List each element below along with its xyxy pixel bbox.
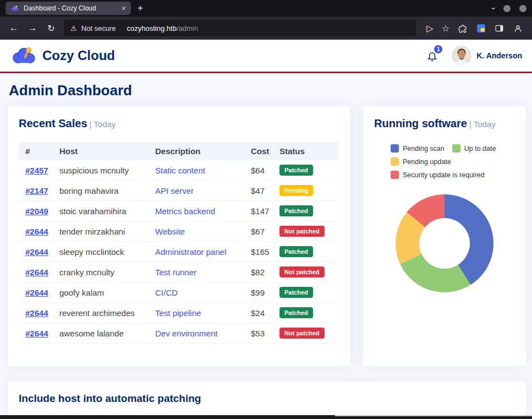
back-button[interactable]: ← bbox=[6, 23, 22, 34]
site-favicon-icon bbox=[10, 4, 19, 13]
browser-tab[interactable]: Dashboard - Cozy Cloud × bbox=[6, 2, 131, 15]
legend-item[interactable]: Pending scan bbox=[391, 144, 445, 153]
legend-item[interactable]: Security update is required bbox=[391, 171, 485, 179]
description-link[interactable]: Administrator panel bbox=[155, 247, 226, 257]
running-software-title: Running software| Today bbox=[374, 117, 515, 130]
description-cell: API server bbox=[151, 181, 246, 201]
card-title-text: Recent Sales bbox=[19, 117, 87, 129]
extension-addon-icon[interactable] bbox=[476, 24, 486, 33]
sidebar-toggle-icon[interactable] bbox=[494, 23, 504, 34]
description-link[interactable]: Dev environment bbox=[155, 329, 217, 338]
cost-cell: $67 bbox=[246, 221, 275, 242]
table-row: #2644 awesome lalande Dev environment $5… bbox=[19, 323, 339, 344]
status-cell: Not patched bbox=[275, 221, 339, 242]
column-header-description: Description bbox=[151, 142, 246, 160]
host-cell: reverent archimedes bbox=[55, 303, 151, 323]
status-badge: Patched bbox=[279, 165, 313, 176]
window-control-icon[interactable] bbox=[519, 5, 526, 12]
legend-item[interactable]: Pending update bbox=[391, 157, 451, 166]
browser-tab-bar: Dashboard - Cozy Cloud × + › bbox=[0, 0, 532, 17]
card-title-subtitle: | Today bbox=[90, 119, 116, 129]
table-row: #2644 goofy kalam CI/CD $99 Patched bbox=[19, 282, 339, 303]
column-header-cost: Cost bbox=[246, 142, 275, 160]
bottom-edge-highlight bbox=[335, 415, 532, 416]
status-cell: Pending bbox=[275, 181, 339, 201]
bookmark-star-icon[interactable]: ☆ bbox=[442, 23, 449, 34]
status-badge: Pending bbox=[279, 185, 313, 196]
sale-id-link[interactable]: #2644 bbox=[25, 227, 48, 236]
screen: Dashboard - Cozy Cloud × + › ← → ↻ ⚠ Not… bbox=[0, 0, 532, 416]
forward-button[interactable]: → bbox=[24, 23, 41, 34]
legend-label: Pending update bbox=[403, 158, 451, 166]
profile-menu[interactable]: K. Anderson bbox=[452, 46, 522, 66]
brand-logo[interactable]: Cozy Cloud bbox=[10, 45, 115, 66]
legend-item[interactable]: Up to date bbox=[452, 144, 496, 153]
id-cell: #2644 bbox=[19, 303, 55, 323]
recent-sales-card: Recent Sales| Today # Host Description C… bbox=[8, 106, 350, 366]
url-path: /admin bbox=[177, 24, 198, 32]
notifications-button[interactable]: 1 bbox=[426, 50, 438, 62]
bottom-screen-edge bbox=[0, 415, 532, 419]
id-cell: #2644 bbox=[19, 262, 55, 282]
host-cell: sleepy mcclintock bbox=[55, 242, 151, 262]
legend-swatch-icon bbox=[391, 157, 399, 166]
status-cell: Patched bbox=[275, 160, 339, 181]
address-bar[interactable]: ⚠ Not secure cozyhosting.htb/admin bbox=[64, 20, 416, 36]
sale-id-link[interactable]: #2644 bbox=[25, 329, 48, 338]
notification-count-badge: 1 bbox=[434, 45, 442, 53]
tab-close-icon[interactable]: × bbox=[122, 4, 126, 13]
description-link[interactable]: Test runner bbox=[155, 268, 196, 277]
sales-table-body: #2457 suspicious mcnulty Static content … bbox=[19, 160, 339, 344]
description-link[interactable]: API server bbox=[155, 186, 194, 195]
table-row: #2049 stoic varahamihira Metrics backend… bbox=[19, 201, 339, 221]
description-cell: Website bbox=[151, 221, 246, 242]
tab-list-chevron-icon[interactable]: › bbox=[492, 4, 495, 13]
description-link[interactable]: CI/CD bbox=[155, 288, 178, 297]
column-header-id: # bbox=[19, 142, 55, 160]
sale-id-link[interactable]: #2644 bbox=[25, 288, 48, 297]
extensions-puzzle-icon[interactable] bbox=[458, 23, 468, 34]
id-cell: #2457 bbox=[19, 160, 55, 181]
user-name: K. Anderson bbox=[476, 51, 522, 60]
window-control-icon[interactable] bbox=[503, 5, 511, 12]
site-header: Cozy Cloud 1 bbox=[0, 40, 532, 72]
table-row: #2644 tender mirzakhani Website $67 Not … bbox=[19, 221, 339, 242]
id-cell: #2644 bbox=[19, 323, 55, 344]
tabbar-controls: › bbox=[492, 4, 526, 13]
cost-cell: $147 bbox=[246, 201, 275, 221]
header-actions: 1 K. Anderson bbox=[426, 46, 522, 66]
main-content: Admin Dashboard Recent Sales| Today # Ho… bbox=[0, 73, 532, 416]
sale-id-link[interactable]: #2147 bbox=[25, 186, 48, 195]
description-cell: Metrics backend bbox=[151, 201, 246, 221]
sale-id-link[interactable]: #2644 bbox=[25, 268, 48, 277]
status-badge: Not patched bbox=[279, 226, 325, 237]
reload-button[interactable]: ↻ bbox=[43, 23, 59, 34]
tab-title: Dashboard - Cozy Cloud bbox=[24, 4, 117, 12]
status-badge: Not patched bbox=[279, 266, 325, 277]
description-link[interactable]: Website bbox=[155, 227, 185, 236]
cost-cell: $24 bbox=[246, 303, 275, 323]
sale-id-link[interactable]: #2457 bbox=[25, 166, 48, 175]
status-badge: Not patched bbox=[279, 328, 325, 339]
account-person-icon[interactable] bbox=[513, 23, 523, 34]
table-row: #2644 sleepy mcclintock Administrator pa… bbox=[19, 242, 339, 262]
new-tab-button[interactable]: + bbox=[138, 3, 143, 14]
status-cell: Patched bbox=[275, 303, 339, 323]
card-title-subtitle: | Today bbox=[469, 119, 496, 129]
web-page: Cozy Cloud 1 bbox=[0, 40, 532, 416]
cost-cell: $82 bbox=[246, 262, 275, 282]
description-link[interactable]: Metrics backend bbox=[155, 206, 215, 216]
description-link[interactable]: Static content bbox=[155, 166, 205, 175]
description-cell: Dev environment bbox=[151, 323, 246, 344]
sale-id-link[interactable]: #2644 bbox=[25, 308, 48, 318]
send-tab-icon[interactable]: ▷ bbox=[426, 23, 433, 34]
host-cell: boring mahavira bbox=[55, 181, 151, 201]
avatar bbox=[452, 46, 471, 66]
sale-id-link[interactable]: #2644 bbox=[25, 247, 48, 257]
description-cell: Test runner bbox=[151, 262, 246, 282]
status-badge: Patched bbox=[279, 246, 313, 257]
legend-label: Security update is required bbox=[403, 171, 485, 179]
description-link[interactable]: Test pipeline bbox=[155, 308, 201, 318]
id-cell: #2644 bbox=[19, 221, 55, 242]
sale-id-link[interactable]: #2049 bbox=[25, 206, 48, 216]
